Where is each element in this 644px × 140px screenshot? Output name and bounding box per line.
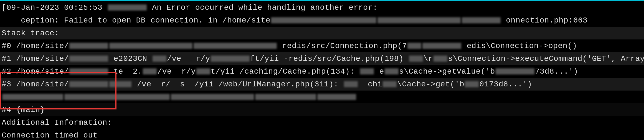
log-line-8 [0, 91, 644, 103]
redacted-27 [64, 94, 170, 100]
timestamp: [09-Jan-2023 00:25:53 [2, 3, 102, 12]
redacted-9 [422, 43, 461, 49]
log-line-4: #0 /home/site/ redis/src/Connection.php(… [0, 39, 644, 52]
log-line-5: #1 /home/site/ e2023CN /ve r/yft/yii -re… [0, 52, 644, 65]
redacted-11 [153, 56, 166, 62]
line5-text: #1 /home/site/ e2023CN /ve r/yft/yii -re… [2, 54, 644, 63]
redacted-23 [344, 81, 358, 87]
top-border [0, 0, 644, 1]
log-line-ai: Additional Information: [0, 116, 644, 129]
log-line-7: #3 /home/site/ /ve r/ s /yii /web/UrlMan… [0, 78, 644, 91]
redacted-10 [69, 56, 108, 62]
log-line-2: ception: Failed to open DB connection. i… [0, 14, 644, 27]
redacted-1 [108, 4, 147, 11]
redacted-8 [407, 43, 421, 49]
redacted-29 [255, 94, 316, 100]
redacted-30 [317, 94, 356, 100]
line8-text [2, 93, 357, 101]
redacted-17 [196, 68, 210, 74]
redacted-19 [385, 68, 399, 74]
log-line-ct: Connection timed out [0, 129, 644, 140]
line1-text: [09-Jan-2023 00:25:53 An Error occurred … [2, 3, 377, 12]
log-line-6: #2 /home/site/ te 2./ve r/yt/yii /cachin… [0, 65, 644, 78]
log-line-1: [09-Jan-2023 00:25:53 An Error occurred … [0, 1, 644, 14]
line2-text: ception: Failed to open DB connection. i… [2, 16, 587, 25]
redacted-6 [109, 43, 192, 49]
log-line-9: #4 {main} [0, 103, 644, 116]
redacted-13 [409, 56, 423, 62]
connection-timed-out-text: Connection timed out [2, 131, 98, 140]
line9-text: #4 {main} [2, 106, 45, 114]
redacted-21 [69, 81, 108, 87]
redacted-14 [433, 56, 447, 62]
line3-text: Stack trace: [2, 29, 59, 38]
terminal-window: [09-Jan-2023 00:25:53 An Error occurred … [0, 0, 644, 140]
redacted-22 [109, 81, 131, 87]
additional-info-label: Additional Information: [2, 118, 112, 127]
redacted-18 [360, 68, 374, 74]
redacted-24 [383, 81, 397, 87]
redacted-28 [171, 94, 254, 100]
redacted-16 [143, 68, 157, 74]
line1-content: An Error occurred while handling another… [152, 3, 377, 12]
redacted-2 [271, 17, 376, 23]
redacted-7 [194, 43, 277, 49]
line4-text: #0 /home/site/ redis/src/Connection.php(… [2, 42, 577, 50]
redacted-12 [211, 56, 250, 62]
redacted-26 [2, 94, 63, 100]
redacted-3 [377, 17, 461, 23]
redacted-20 [496, 68, 534, 74]
redacted-25 [465, 81, 479, 87]
redacted-5 [69, 43, 108, 49]
log-line-3: Stack trace: [0, 27, 644, 39]
redacted-15 [69, 68, 108, 74]
line7-text: #3 /home/site/ /ve r/ s /yii /web/UrlMan… [2, 80, 532, 89]
line2-content: ception: Failed to open DB connection. i… [21, 16, 270, 25]
redacted-4 [462, 17, 501, 23]
line6-text: #2 /home/site/ te 2./ve r/yt/yii /cachin… [2, 67, 578, 76]
